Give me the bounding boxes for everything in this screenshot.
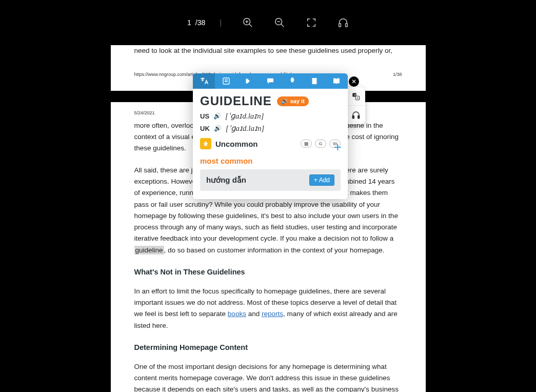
side-translate-icon[interactable]: 文A bbox=[347, 87, 365, 106]
svg-rect-8 bbox=[346, 24, 348, 27]
say-it-button[interactable]: 🔊 say it bbox=[277, 96, 309, 106]
side-widget: 文A bbox=[347, 87, 365, 124]
link-reports[interactable]: reports bbox=[262, 310, 283, 318]
close-icon[interactable]: ✕ bbox=[349, 76, 359, 87]
svg-rect-7 bbox=[339, 24, 341, 27]
star-icon: 3 bbox=[200, 138, 211, 149]
uk-label: UK bbox=[200, 125, 210, 132]
most-common-label: most common bbox=[200, 156, 341, 165]
tab-doc-icon[interactable] bbox=[304, 73, 326, 89]
uk-phonetic: [ˈɡaɪd.laɪn] bbox=[226, 124, 265, 133]
toolbar-separator: | bbox=[220, 18, 222, 27]
headphones-icon[interactable] bbox=[338, 17, 349, 28]
tab-puzzle-icon[interactable] bbox=[282, 73, 304, 89]
svg-text:A: A bbox=[357, 96, 359, 100]
total-pages: /38 bbox=[195, 18, 205, 27]
freq-label: Uncommon bbox=[215, 140, 258, 148]
tab-translate-icon[interactable] bbox=[193, 73, 215, 89]
text: , do so based on customer information in… bbox=[164, 246, 385, 254]
heading: What's Not in These Guidelines bbox=[134, 266, 402, 279]
speaker-icon[interactable]: 🔊 bbox=[214, 125, 222, 132]
us-label: US bbox=[200, 112, 209, 120]
svg-rect-9 bbox=[223, 78, 229, 84]
heading: Determining Homepage Content bbox=[134, 342, 402, 354]
link-books[interactable]: books bbox=[228, 310, 246, 318]
paragraph: need to look at the individual site exam… bbox=[134, 45, 402, 56]
side-headphones-icon[interactable] bbox=[347, 106, 365, 124]
zoom-in-icon[interactable] bbox=[242, 17, 253, 28]
svg-line-5 bbox=[281, 24, 284, 27]
add-button[interactable]: + Add bbox=[309, 174, 334, 186]
google-source-icon[interactable]: G bbox=[315, 140, 326, 148]
current-page: 1 bbox=[187, 18, 191, 27]
paragraph: In an effort to limit the focus specific… bbox=[134, 286, 402, 331]
paragraph: One of the most important design decisio… bbox=[134, 361, 402, 392]
zoom-out-icon[interactable] bbox=[274, 17, 285, 28]
plus-icon[interactable]: + bbox=[334, 139, 342, 155]
us-phonetic: [ˈɡaɪd.laɪn] bbox=[225, 111, 264, 121]
text: and bbox=[246, 310, 262, 318]
dictionary-popup: ✕ GUIDELINE 🔊 say it US 🔊 [ˈɡaɪd.laɪn] U… bbox=[193, 73, 348, 199]
tab-speak-icon[interactable] bbox=[237, 73, 259, 89]
sayit-label: say it bbox=[290, 98, 305, 104]
svg-rect-15 bbox=[352, 116, 354, 119]
svg-line-1 bbox=[249, 24, 252, 27]
tab-book-icon[interactable] bbox=[326, 73, 348, 89]
dict-word: GUIDELINE bbox=[200, 94, 272, 108]
page-indicator: 1 /38 | bbox=[187, 18, 222, 27]
svg-rect-10 bbox=[312, 78, 317, 84]
tab-chat-icon[interactable] bbox=[259, 73, 281, 89]
fullscreen-icon[interactable] bbox=[306, 17, 317, 28]
footer-pagenum: 1/38 bbox=[393, 71, 402, 79]
tab-vocab-icon[interactable] bbox=[215, 73, 237, 89]
meaning-row: hướng dẫn + Add bbox=[200, 169, 341, 191]
meaning-text: hướng dẫn bbox=[206, 175, 246, 185]
freq-number: 3 bbox=[200, 138, 211, 149]
highlighted-word[interactable]: guideline bbox=[134, 246, 164, 254]
image-source-icon[interactable]: ▦ bbox=[301, 140, 312, 148]
dict-body: GUIDELINE 🔊 say it US 🔊 [ˈɡaɪd.laɪn] UK … bbox=[193, 89, 348, 199]
speaker-icon[interactable]: 🔊 bbox=[213, 112, 221, 120]
pdf-toolbar: 1 /38 | bbox=[0, 0, 536, 45]
svg-rect-16 bbox=[358, 116, 360, 119]
dict-tabs bbox=[193, 73, 348, 89]
svg-text:文: 文 bbox=[354, 93, 356, 96]
